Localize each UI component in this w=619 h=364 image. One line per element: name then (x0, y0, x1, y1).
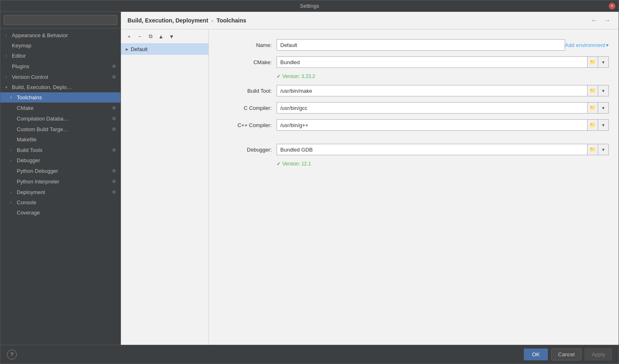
sidebar-item-makefile[interactable]: Makefile (0, 134, 121, 145)
sidebar-item-label: Debugger (17, 157, 117, 163)
sidebar-item-coverage[interactable]: Coverage (0, 208, 121, 218)
sidebar-item-editor[interactable]: › Editor (0, 51, 121, 61)
db-icon: ⚙ (111, 115, 117, 122)
close-button[interactable]: × (609, 3, 615, 9)
debugger-dropdown-button[interactable]: ▼ (598, 144, 609, 155)
cpp-compiler-dropdown-button[interactable]: ▼ (598, 119, 609, 131)
right-panel: Build, Execution, Deployment › Toolchain… (121, 12, 619, 345)
expand-arrow: › (10, 158, 15, 163)
sidebar-item-build-exec-deploy[interactable]: ▾ Build, Execution, Deplo… (0, 82, 121, 92)
custom-icon: ⚙ (111, 126, 117, 132)
python-debug-icon: ⚙ (111, 167, 117, 174)
expand-arrow: › (10, 95, 15, 100)
spacer (219, 136, 609, 144)
build-tool-input[interactable] (277, 85, 588, 96)
sidebar-item-python-debugger[interactable]: Python Debugger ⚙ (0, 165, 121, 176)
cpp-compiler-browse-button[interactable]: 📁 (588, 119, 598, 131)
dialog-title: Settings (300, 3, 319, 9)
sidebar-item-label: Appearance & Behavior (12, 32, 117, 38)
cmake-version-check-icon: ✔ (277, 74, 281, 79)
name-label: Name: (219, 42, 272, 48)
sidebar-item-label: Keymap (12, 42, 117, 49)
sidebar-item-console[interactable]: › Console (0, 197, 121, 208)
debugger-label: Debugger: (219, 147, 272, 153)
cmake-browse-button[interactable]: 📁 (588, 56, 598, 68)
sidebar-item-label: Toolchains (17, 94, 117, 100)
back-button[interactable]: ← (589, 16, 599, 25)
name-input[interactable] (277, 39, 565, 51)
cmake-version-text: Version: 3.23.2 (282, 74, 315, 79)
c-compiler-input-wrap: 📁 ▼ (277, 102, 609, 114)
sidebar-item-build-tools[interactable]: › Build Tools ⚙ (0, 145, 121, 155)
cpp-compiler-label: C++ Compiler: (219, 122, 272, 128)
sidebar-item-custom-build[interactable]: Custom Build Targe… ⚙ (0, 124, 121, 134)
sidebar-item-label: Deployment (17, 189, 109, 195)
breadcrumb-bar: Build, Execution, Deployment › Toolchain… (121, 12, 619, 29)
sidebar-item-plugins[interactable]: Plugins ⚙ (0, 61, 121, 71)
debugger-browse-button[interactable]: 📁 (588, 144, 598, 155)
search-input[interactable] (4, 15, 117, 25)
sidebar-item-label: Compilation Databa… (17, 116, 109, 122)
debugger-input[interactable] (277, 144, 588, 155)
sidebar-item-appearance[interactable]: › Appearance & Behavior (0, 30, 121, 40)
main-content: › Appearance & Behavior Keymap › Editor … (0, 12, 619, 345)
c-compiler-dropdown-button[interactable]: ▼ (598, 102, 609, 114)
c-compiler-input[interactable] (277, 102, 588, 114)
build-tools-icon: ⚙ (111, 147, 117, 153)
list-panel: + − ⧉ ▲ ▼ ► Default (121, 29, 209, 345)
breadcrumb-nav: ← → (589, 16, 612, 25)
sidebar-item-keymap[interactable]: Keymap (0, 40, 121, 51)
cmake-dropdown-button[interactable]: ▼ (598, 56, 609, 68)
expand-arrow: › (5, 54, 10, 58)
expand-arrow: › (10, 200, 15, 205)
sidebar-item-toolchains[interactable]: › Toolchains (0, 92, 121, 103)
expand-arrow: › (5, 33, 10, 38)
sidebar-item-label: Build Tools (17, 147, 109, 153)
sidebar-item-label: Version Control (12, 74, 109, 80)
toolchains-layout: + − ⧉ ▲ ▼ ► Default (121, 29, 619, 345)
move-down-button[interactable]: ▼ (167, 32, 177, 41)
sidebar-item-cmake[interactable]: CMake ⚙ (0, 103, 121, 113)
entry-arrow: ► (125, 47, 129, 51)
sidebar-item-label: CMake (17, 105, 109, 111)
cmake-input[interactable] (277, 56, 588, 68)
apply-button[interactable]: Apply (585, 348, 612, 360)
deploy-icon: ⚙ (111, 189, 117, 195)
cancel-button[interactable]: Cancel (551, 348, 581, 360)
expand-arrow: › (5, 75, 10, 79)
cmake-row: CMake: 📁 ▼ (219, 56, 609, 68)
ok-button[interactable]: OK (524, 348, 548, 360)
cpp-compiler-input-wrap: 📁 ▼ (277, 119, 609, 131)
add-environment-button[interactable]: Add environment ▾ (565, 42, 609, 48)
move-up-button[interactable]: ▲ (156, 32, 166, 41)
remove-button[interactable]: − (135, 32, 145, 41)
build-tool-dropdown-button[interactable]: ▼ (598, 85, 609, 96)
sidebar-item-compilation-db[interactable]: Compilation Databa… ⚙ (0, 113, 121, 124)
expand-arrow: › (10, 148, 15, 152)
debugger-version-check-icon: ✔ (277, 161, 281, 167)
breadcrumb-separator: › (212, 18, 213, 24)
list-entry-default[interactable]: ► Default (121, 44, 208, 55)
sidebar-item-deployment[interactable]: › Deployment ⚙ (0, 187, 121, 197)
sidebar: › Appearance & Behavior Keymap › Editor … (0, 12, 121, 345)
entry-label: Default (131, 46, 204, 52)
name-row: Name: Add environment ▾ (219, 39, 609, 51)
sidebar-list: › Appearance & Behavior Keymap › Editor … (0, 29, 121, 345)
sidebar-item-label: Python Interpreter (17, 179, 109, 185)
copy-button[interactable]: ⧉ (145, 32, 155, 41)
forward-button[interactable]: → (602, 16, 612, 25)
sidebar-item-debugger[interactable]: › Debugger (0, 155, 121, 165)
sidebar-item-python-interpreter[interactable]: Python Interpreter ⚙ (0, 176, 121, 187)
debugger-version-text: Version: 12.1 (282, 161, 311, 167)
action-buttons: OK Cancel Apply (524, 348, 612, 360)
c-compiler-browse-button[interactable]: 📁 (588, 102, 598, 114)
build-tool-browse-button[interactable]: 📁 (588, 85, 598, 96)
cpp-compiler-input[interactable] (277, 119, 588, 131)
add-button[interactable]: + (124, 32, 134, 41)
build-tool-input-wrap: 📁 ▼ (277, 85, 609, 96)
expand-arrow: › (10, 190, 15, 194)
build-tool-label: Build Tool: (219, 88, 272, 94)
help-button[interactable]: ? (7, 350, 17, 360)
search-bar (0, 12, 121, 29)
sidebar-item-version-control[interactable]: › Version Control ⚙ (0, 71, 121, 82)
